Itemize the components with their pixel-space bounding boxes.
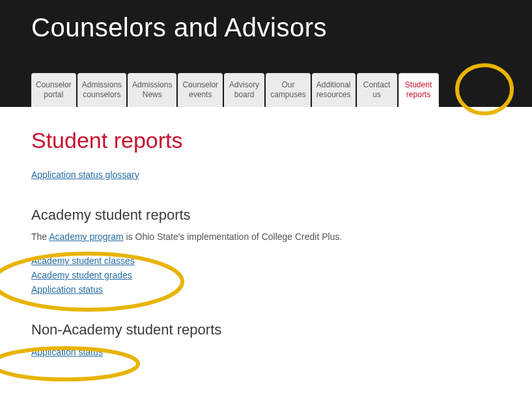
list-item: Application status — [31, 346, 501, 358]
tab-label: portal — [36, 90, 72, 99]
intro-suffix: is Ohio State's implementation of Colleg… — [124, 231, 343, 242]
academy-student-grades-link[interactable]: Academy student grades — [31, 270, 132, 280]
tab-label: Our — [270, 80, 306, 89]
intro-prefix: The — [31, 231, 49, 242]
list-item: Academy student classes — [31, 255, 501, 267]
tab-counselor-events[interactable]: Counselor events — [178, 73, 223, 107]
tab-label: Contact — [361, 80, 393, 89]
list-item: Application status — [31, 284, 501, 295]
academy-heading: Academy student reports — [31, 207, 501, 224]
tab-label: News — [132, 90, 172, 99]
tab-contact-us[interactable]: Contact us — [357, 73, 397, 107]
academy-student-classes-link[interactable]: Academy student classes — [31, 256, 135, 266]
academy-links: Academy student classes Academy student … — [31, 255, 501, 295]
tab-label: resources — [316, 90, 351, 99]
tab-admissions-counselors[interactable]: Admissions counselors — [77, 73, 126, 107]
academy-intro: The Academy program is Ohio State's impl… — [31, 231, 501, 242]
tab-advisory-board[interactable]: Advisory board — [224, 73, 264, 107]
content-area: Student reports Application status gloss… — [0, 107, 532, 399]
tab-admissions-news[interactable]: Admissions News — [128, 73, 176, 107]
svg-point-0 — [457, 65, 512, 113]
tab-our-campuses[interactable]: Our campuses — [266, 73, 311, 107]
tab-label: Admissions — [132, 80, 172, 89]
tab-label: Counselor — [36, 80, 72, 89]
tab-label: Counselor — [182, 80, 218, 89]
tabstrip: Counselor portal Admissions counselors A… — [31, 73, 439, 107]
tab-label: us — [361, 90, 393, 99]
tab-label: campuses — [270, 90, 306, 99]
tab-label: Advisory — [229, 80, 260, 89]
tab-label: events — [182, 90, 218, 99]
academy-program-link[interactable]: Academy program — [49, 231, 123, 242]
non-academy-application-status-link[interactable]: Application status — [31, 347, 103, 357]
academy-application-status-link[interactable]: Application status — [31, 284, 103, 295]
tab-student-reports[interactable]: Student reports — [399, 73, 439, 107]
tab-label: Additional — [316, 80, 351, 89]
tab-label: counselors — [82, 90, 122, 99]
list-item: Academy student grades — [31, 269, 501, 281]
tab-label: Student — [403, 80, 434, 89]
banner-title: Counselors and Advisors — [31, 13, 327, 42]
tab-label: reports — [403, 90, 434, 99]
tab-label: Admissions — [82, 80, 122, 89]
tab-additional-resources[interactable]: Additional resources — [312, 73, 356, 107]
tab-counselor-portal[interactable]: Counselor portal — [31, 73, 76, 107]
glossary-link[interactable]: Application status glossary — [31, 170, 139, 180]
non-academy-links: Application status — [31, 346, 501, 358]
header-bar: Counselors and Advisors Counselor portal… — [0, 0, 532, 107]
page-title: Student reports — [31, 128, 501, 153]
tab-label: board — [229, 90, 260, 99]
non-academy-heading: Non-Academy student reports — [31, 321, 501, 338]
